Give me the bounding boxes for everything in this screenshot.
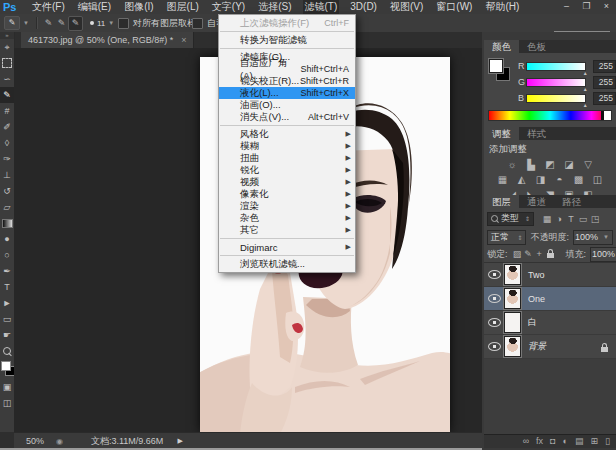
spot-healing-brush-tool[interactable]: ◊ — [0, 135, 14, 151]
filter-shape-layer-icon[interactable]: ▭ — [577, 214, 589, 224]
add-selection-icon[interactable]: ✎ — [55, 17, 68, 30]
blur-tool[interactable]: ● — [0, 231, 14, 247]
filter-smart-object-icon[interactable]: ◳ — [589, 214, 601, 224]
layer-thumbnail[interactable] — [504, 264, 521, 285]
layer-row-Two[interactable]: Two — [484, 263, 616, 287]
filter-menu-item[interactable]: 镜头校正(R)...Shift+Ctrl+R — [219, 75, 355, 87]
tab-颜色[interactable]: 颜色 — [484, 40, 519, 53]
filter-pixel-layer-icon[interactable]: ▦ — [541, 214, 553, 224]
filter-menu-item[interactable]: 扭曲▶ — [219, 152, 355, 164]
quick-selection-tool[interactable]: ✎ — [0, 87, 14, 103]
filter-menu-item[interactable]: 液化(L)...Shift+Ctrl+X — [219, 87, 355, 99]
fill-field[interactable]: 100% ▼ — [590, 247, 616, 262]
rect-marquee-tool[interactable] — [0, 55, 14, 71]
minimize-button[interactable]: – — [561, 0, 572, 13]
layer-row-背景[interactable]: 背景 — [484, 335, 616, 359]
quick-mask-icon[interactable]: ▣ — [0, 379, 14, 395]
eyedropper-tool[interactable]: ✐ — [0, 119, 14, 135]
filter-menu-item[interactable]: 浏览联机滤镜... — [219, 258, 355, 270]
layer-thumbnail[interactable] — [504, 336, 521, 357]
visibility-cell[interactable] — [484, 318, 504, 327]
brightness-contrast-icon[interactable]: ☼ — [506, 157, 519, 172]
menu-编辑(E)[interactable]: 编辑(E) — [76, 0, 113, 14]
filter-menu-item[interactable]: 杂色▶ — [219, 212, 355, 224]
black-white-icon[interactable]: ◨ — [534, 172, 547, 187]
opacity-field[interactable]: 100% ▼ — [573, 230, 613, 245]
menu-图像(I)[interactable]: 图像(I) — [122, 0, 155, 14]
new-selection-icon[interactable]: ✎ — [42, 17, 55, 30]
layer-thumbnail[interactable] — [504, 312, 521, 333]
menu-滤镜(T)[interactable]: 滤镜(T) — [303, 0, 340, 14]
color-spectrum-ramp[interactable] — [488, 110, 612, 121]
close-button[interactable]: × — [601, 0, 612, 13]
filter-menu-item[interactable]: 油画(O)... — [219, 99, 355, 111]
menu-文字(Y)[interactable]: 文字(Y) — [210, 0, 247, 14]
type-tool[interactable]: T — [0, 279, 14, 295]
channel-value-field[interactable]: 255 — [593, 76, 616, 89]
filter-menu-item[interactable]: 像素化▶ — [219, 188, 355, 200]
tab-调整[interactable]: 调整 — [484, 127, 519, 140]
layer-style-icon[interactable]: fx — [536, 435, 543, 448]
new-group-icon[interactable]: ▤ — [575, 435, 584, 448]
lock-transparent-pixels-icon[interactable]: ▨ — [512, 247, 523, 261]
hue-saturation-icon[interactable]: ▦ — [496, 172, 509, 187]
dodge-tool[interactable]: ○ — [0, 247, 14, 263]
link-layers-icon[interactable]: ∞ — [523, 435, 529, 448]
status-scrubber-icon[interactable]: ◉ — [56, 437, 63, 446]
filter-menu-item[interactable]: 自适应广角(A)...Shift+Ctrl+A — [219, 63, 355, 75]
panel-color-swatches[interactable] — [489, 59, 511, 83]
channel-value-field[interactable]: 255 — [593, 92, 616, 105]
channel-value-field[interactable]: 255 — [593, 60, 616, 73]
visibility-eye-icon[interactable] — [488, 342, 501, 351]
brush-tool[interactable]: ✑ — [0, 151, 14, 167]
slider-thumb[interactable]: ▲ — [583, 86, 588, 92]
visibility-eye-icon[interactable] — [488, 318, 501, 327]
filter-menu-item[interactable]: 转换为智能滤镜 — [219, 34, 355, 46]
close-tab-icon[interactable]: × — [181, 35, 186, 45]
sample-all-layers-checkbox[interactable] — [118, 18, 129, 29]
levels-icon[interactable]: ▙ — [525, 157, 538, 172]
gradient-tool[interactable] — [0, 215, 14, 231]
curves-icon[interactable]: ◩ — [544, 157, 557, 172]
photo-filter-icon[interactable]: ◓ — [553, 172, 566, 187]
lock-position-icon[interactable]: + — [534, 247, 545, 261]
lock-image-pixels-icon[interactable]: ✎ — [523, 247, 534, 261]
pen-tool[interactable]: ✒ — [0, 263, 14, 279]
menu-3D(D)[interactable]: 3D(D) — [348, 0, 379, 14]
eraser-tool[interactable]: ▱ — [0, 199, 14, 215]
filter-menu-item[interactable]: 模糊▶ — [219, 140, 355, 152]
restore-button[interactable]: ❐ — [581, 0, 592, 13]
rectangle-tool[interactable]: ▭ — [0, 311, 14, 327]
color-swatch-widget[interactable] — [0, 361, 14, 379]
menu-视图(V)[interactable]: 视图(V) — [388, 0, 425, 14]
channel-slider[interactable]: ▲ — [526, 78, 586, 87]
zoom-tool[interactable] — [0, 343, 14, 359]
screen-mode-icon[interactable]: ◫ — [0, 395, 14, 411]
hand-tool[interactable]: ☛ — [0, 327, 14, 343]
visibility-eye-icon[interactable] — [488, 270, 501, 279]
lasso-tool[interactable]: ∽ — [0, 71, 14, 87]
tab-路径[interactable]: 路径 — [554, 195, 589, 208]
slider-thumb[interactable]: ▲ — [583, 70, 588, 76]
delete-layer-icon[interactable]: ▯ — [605, 435, 610, 448]
menu-图层(L)[interactable]: 图层(L) — [165, 0, 201, 14]
vibrance-icon[interactable]: ▽ — [582, 157, 595, 172]
filter-menu-item[interactable]: 其它▶ — [219, 224, 355, 236]
collapse-toolbar-icon[interactable]: » — [0, 32, 14, 39]
tab-样式[interactable]: 样式 — [519, 127, 554, 140]
color-lookup-icon[interactable]: ◫ — [591, 172, 604, 187]
menu-文件(F)[interactable]: 文件(F) — [30, 0, 67, 14]
tab-通道[interactable]: 通道 — [519, 195, 554, 208]
sample-all-layers-option[interactable]: 对所有图层取样 — [118, 14, 196, 32]
menu-选择(S)[interactable]: 选择(S) — [256, 0, 293, 14]
auto-enhance-checkbox[interactable] — [192, 18, 203, 29]
tool-preset-picker[interactable]: ✎ ▼ — [4, 14, 29, 32]
channel-mixer-icon[interactable]: ▩ — [572, 172, 585, 187]
slider-thumb[interactable]: ▲ — [583, 102, 588, 108]
channel-slider[interactable]: ▲ — [526, 62, 586, 71]
visibility-eye-icon[interactable] — [488, 294, 501, 303]
foreground-color-swatch[interactable] — [1, 361, 11, 371]
filter-menu-item[interactable]: 风格化▶ — [219, 128, 355, 140]
tab-图层[interactable]: 图层 — [484, 195, 519, 208]
lock-all-icon[interactable] — [547, 253, 554, 258]
